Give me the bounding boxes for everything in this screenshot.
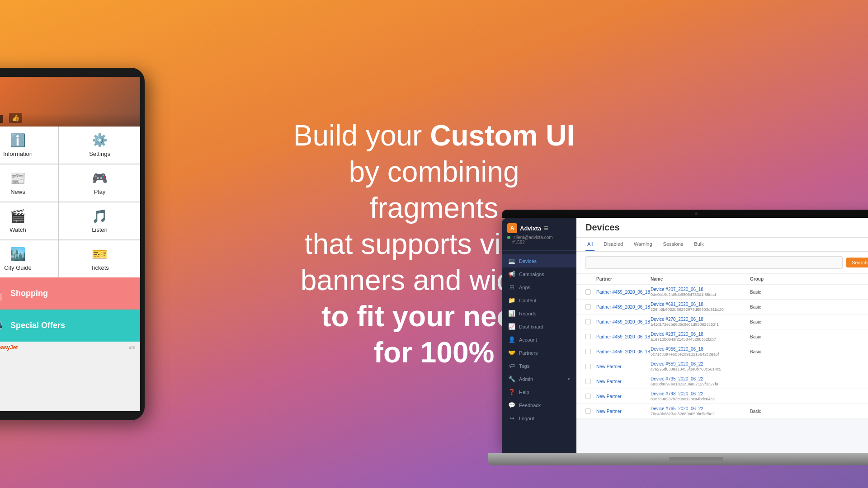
sidebar-item-logout[interactable]: ↪ Logout <box>502 412 576 425</box>
tablet-menu-item-shopping[interactable]: 🛍️ Shopping <box>0 277 140 310</box>
sidebar-item-tags[interactable]: 🏷 Tags <box>502 359 576 372</box>
tablet-menu-item-tickets[interactable]: 🎫 Tickets <box>59 240 140 277</box>
table-row[interactable]: New Partner Device #765_2020_06_22 7be40… <box>576 404 868 419</box>
sidebar-user: client@advixta.com #1582 <box>507 235 571 245</box>
sidebar-header: A Advixta ☰ client@advixta.com #1582 <box>502 218 576 251</box>
row-checkbox[interactable] <box>585 349 591 354</box>
row-partner: New Partner <box>596 409 651 414</box>
sidebar-item-admin[interactable]: 🔧 Admin ▾ <box>502 372 576 385</box>
listen-icon: 🎵 <box>92 209 108 224</box>
laptop-camera <box>502 210 868 218</box>
sidebar-item-reports[interactable]: 📊 Reports <box>502 307 576 320</box>
table-row[interactable]: Partner #459_2020_06_18 Device #270_2020… <box>576 314 868 329</box>
city-guide-icon: 🏙️ <box>10 247 26 262</box>
tablet-menu-item-watch[interactable]: 🎬 Watch <box>0 202 58 239</box>
page-header: Devices <box>576 218 868 238</box>
news-label: News <box>10 188 25 195</box>
row-partner: Partner #459_2020_06_18 <box>596 305 651 310</box>
row-partner: New Partner <box>596 394 651 399</box>
tablet-menu-item-play[interactable]: 🎮 Play <box>59 164 140 202</box>
row-name: Device #956_2020_06_18 5c71c33a7e603e209… <box>651 347 750 357</box>
tablet-menu-item-special-offers[interactable]: 📣 Special Offers <box>0 310 140 342</box>
tab-warning[interactable]: Warning <box>632 238 654 251</box>
advixta-small-logo: xta <box>129 345 136 350</box>
row-checkbox[interactable] <box>585 408 591 414</box>
row-name: Device #691_2020_06_18 226fb3b6032b68292… <box>651 302 750 312</box>
search-button[interactable]: Search <box>846 258 868 267</box>
tablet-header-image: PLUS 👍 <box>0 77 140 127</box>
sidebar-item-partners[interactable]: 🤝 Partners <box>502 346 576 359</box>
apps-icon: ⊞ <box>508 284 515 291</box>
tablet-device: PLUS 👍 ℹ️ Information ⚙️ Settings 📰 News… <box>0 68 145 420</box>
sidebar-item-feedback[interactable]: 💬 Feedback <box>502 399 576 412</box>
admin-icon: 🔧 <box>508 375 515 382</box>
row-group: Basic <box>750 349 777 354</box>
tablet-menu-grid: ℹ️ Information ⚙️ Settings 📰 News 🎮 Play… <box>0 127 140 277</box>
tab-all[interactable]: All <box>585 238 594 251</box>
sidebar-item-account[interactable]: 👤 Account <box>502 333 576 346</box>
tablet-menu-item-news[interactable]: 📰 News <box>0 164 58 202</box>
row-checkbox[interactable] <box>585 334 591 339</box>
play-icon: 🎮 <box>92 171 108 186</box>
table-row[interactable]: Partner #459_2020_06_18 Device #207_2020… <box>576 285 868 300</box>
help-icon: ❓ <box>508 389 515 395</box>
tickets-icon: 🎫 <box>92 247 108 262</box>
sidebar-logo: A Advixta ☰ <box>507 223 571 233</box>
search-bar: Search ▽ <box>576 252 868 274</box>
row-name: Device #765_2020_06_22 7be40b6823ac62d80… <box>651 406 750 416</box>
sidebar-item-help[interactable]: ❓ Help <box>502 385 576 399</box>
news-icon: 📰 <box>10 171 26 186</box>
tablet-menu-item-settings[interactable]: ⚙️ Settings <box>59 127 140 164</box>
row-group: Basic <box>750 290 777 295</box>
row-checkbox[interactable] <box>585 379 591 384</box>
col-check <box>585 277 596 282</box>
tab-sessions[interactable]: Sessions <box>661 238 685 251</box>
sidebar-item-content[interactable]: 📁 Content <box>502 294 576 307</box>
tablet-screen: PLUS 👍 ℹ️ Information ⚙️ Settings 📰 News… <box>0 77 140 411</box>
shopping-label: Shopping <box>10 289 48 298</box>
laptop-screen: A Advixta ☰ client@advixta.com #1582 💻 D… <box>502 218 868 453</box>
partners-icon: 🤝 <box>508 349 515 356</box>
row-checkbox[interactable] <box>585 289 591 295</box>
table-row[interactable]: Partner #459_2020_06_18 Device #237_2020… <box>576 329 868 344</box>
table-row[interactable]: New Partner Device #735_2020_06_22 6a23d… <box>576 374 868 389</box>
col-name: Name <box>651 277 750 282</box>
tab-bulk[interactable]: Bulk <box>692 238 705 251</box>
row-name: Device #798_2020_06_22 83c789623793c9ac1… <box>651 391 750 401</box>
row-checkbox[interactable] <box>585 319 591 324</box>
search-input[interactable] <box>585 256 843 269</box>
hamburger-icon[interactable]: ☰ <box>544 225 548 231</box>
sidebar-item-devices[interactable]: 💻 Devices <box>502 254 576 267</box>
row-checkbox[interactable] <box>585 304 591 310</box>
tablet-menu-item-city-guide[interactable]: 🏙️ City Guide <box>0 240 58 277</box>
sidebar-item-campaigns[interactable]: 📢 Campaigns <box>502 267 576 281</box>
table-row[interactable]: Partner #459_2020_06_18 Device #956_2020… <box>576 344 868 359</box>
row-partner: Partner #459_2020_06_18 <box>596 290 651 295</box>
like-button[interactable]: 👍 <box>9 113 22 123</box>
row-checkbox[interactable] <box>585 394 591 399</box>
tab-disabled[interactable]: Disabled <box>602 238 625 251</box>
col-group: Group <box>750 277 777 282</box>
row-partner: Partner #459_2020_06_18 <box>596 334 651 339</box>
play-label: Play <box>94 188 105 195</box>
campaigns-icon: 📢 <box>508 271 515 277</box>
tablet-menu-item-information[interactable]: ℹ️ Information <box>0 127 58 164</box>
row-group: Basic <box>750 409 777 414</box>
table-header: Partner Name Group <box>576 274 868 285</box>
table-row[interactable]: Partner #459_2020_06_18 Device #691_2020… <box>576 300 868 314</box>
row-group: Basic <box>750 319 777 324</box>
special-offers-icon: 📣 <box>0 318 3 333</box>
listen-label: Listen <box>92 226 108 233</box>
plus-badge: PLUS <box>0 115 3 123</box>
row-checkbox[interactable] <box>585 364 591 369</box>
sidebar-item-dashboard[interactable]: 📈 Dashboard <box>502 320 576 333</box>
row-name: Device #735_2020_06_22 6a23da6979e1832c3… <box>651 376 750 386</box>
easyjet-logo: easyJet <box>0 344 18 351</box>
table-row[interactable]: New Partner Device #798_2020_06_22 83c78… <box>576 389 868 404</box>
sidebar-item-apps[interactable]: ⊞ Apps <box>502 281 576 294</box>
admin-sidebar: A Advixta ☰ client@advixta.com #1582 💻 D… <box>502 218 576 453</box>
information-icon: ℹ️ <box>10 133 26 148</box>
row-name: Device #237_2020_06_18 a1e712b084af21453… <box>651 332 750 342</box>
table-row[interactable]: New Partner Device #559_2020_06_22 c7629… <box>576 359 868 374</box>
tablet-menu-item-listen[interactable]: 🎵 Listen <box>59 202 140 239</box>
